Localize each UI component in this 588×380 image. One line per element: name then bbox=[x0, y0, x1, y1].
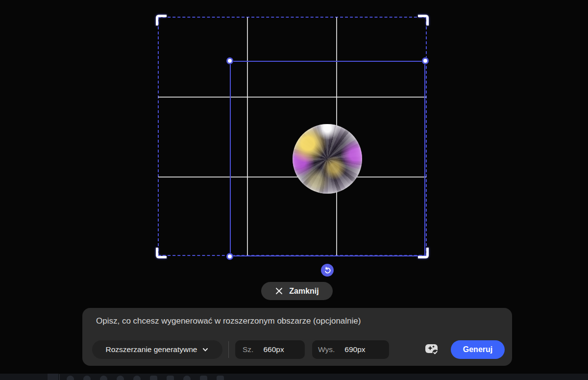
expand-corner-handle-bottom-left[interactable] bbox=[156, 248, 167, 258]
width-field-label: Sz. bbox=[243, 345, 253, 354]
taskbar-icon[interactable] bbox=[117, 376, 124, 380]
generative-expand-panel: Rozszerzanie generatywne Sz. 660px Wys. … bbox=[82, 308, 512, 366]
height-field[interactable]: Wys. 690px bbox=[312, 340, 389, 359]
taskbar-icon[interactable] bbox=[150, 376, 157, 380]
frame-handle-bottom-left[interactable] bbox=[226, 253, 233, 260]
expand-corner-handle-top-left[interactable] bbox=[156, 15, 167, 25]
rotate-handle[interactable] bbox=[321, 264, 334, 277]
taskbar-icon[interactable] bbox=[67, 376, 74, 380]
frame-handle-top-left[interactable] bbox=[226, 57, 233, 64]
close-icon bbox=[275, 287, 283, 295]
taskbar-icon[interactable] bbox=[133, 376, 141, 380]
taskbar-icon[interactable] bbox=[200, 376, 207, 380]
mode-dropdown[interactable]: Rozszerzanie generatywne bbox=[92, 340, 222, 359]
generative-credits-icon bbox=[424, 343, 439, 356]
taskbar-icon[interactable] bbox=[183, 376, 191, 380]
generate-button[interactable]: Generuj bbox=[451, 340, 505, 359]
width-field-value: 660px bbox=[263, 345, 284, 354]
taskbar-strip bbox=[0, 374, 588, 380]
expand-corner-handle-bottom-right[interactable] bbox=[418, 248, 429, 258]
chevron-down-icon bbox=[202, 346, 209, 353]
taskbar-separator bbox=[59, 374, 60, 380]
height-field-value: 690px bbox=[344, 345, 365, 354]
frame-handle-top-right[interactable] bbox=[422, 57, 429, 64]
prompt-input[interactable] bbox=[96, 315, 488, 328]
taskbar-icon[interactable] bbox=[83, 376, 91, 380]
taskbar-icon[interactable] bbox=[167, 376, 174, 380]
taskbar-icon[interactable] bbox=[217, 376, 224, 380]
taskbar-icon[interactable] bbox=[100, 376, 107, 380]
height-field-label: Wys. bbox=[318, 345, 335, 354]
expand-corner-handle-top-right[interactable] bbox=[418, 15, 429, 25]
width-field[interactable]: Sz. 660px bbox=[235, 340, 305, 359]
panel-divider bbox=[228, 341, 229, 358]
close-button[interactable]: Zamknij bbox=[261, 282, 333, 300]
taskbar-start-tile[interactable] bbox=[48, 374, 58, 380]
original-image-frame[interactable] bbox=[230, 61, 425, 256]
mode-dropdown-label: Rozszerzanie generatywne bbox=[106, 345, 197, 354]
rotate-ccw-icon bbox=[324, 267, 331, 274]
close-button-label: Zamknij bbox=[289, 287, 318, 296]
